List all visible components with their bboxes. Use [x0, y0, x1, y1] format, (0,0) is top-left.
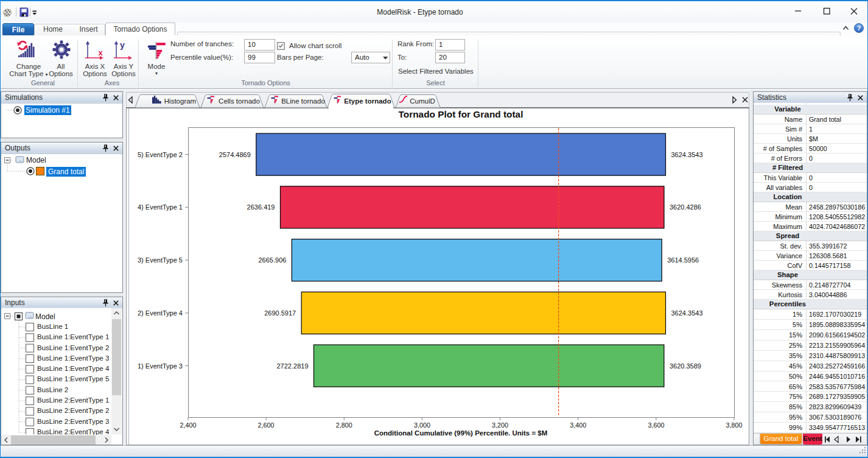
svg-text:2,400: 2,400	[180, 421, 196, 429]
svg-text:3,000: 3,000	[414, 421, 430, 429]
svg-text:3,400: 3,400	[570, 421, 586, 429]
svg-text:y: y	[120, 41, 125, 50]
svg-text:3,600: 3,600	[648, 421, 664, 429]
svg-text:3620.3589: 3620.3589	[670, 362, 701, 370]
svg-text:3,800: 3,800	[726, 421, 742, 429]
svg-text:3614.5956: 3614.5956	[667, 256, 699, 264]
svg-text:CumulD: CumulD	[410, 97, 435, 105]
svg-text:2574.4869: 2574.4869	[219, 151, 251, 158]
svg-text:Histogram: Histogram	[164, 97, 196, 105]
svg-text:1) EventType 3: 1) EventType 3	[138, 362, 183, 370]
svg-text:Conditional Cumulative (99%) P: Conditional Cumulative (99%) Percentile.…	[374, 429, 548, 437]
svg-text:4) EventType 1: 4) EventType 1	[138, 203, 183, 211]
svg-text:2,600: 2,600	[258, 421, 275, 429]
svg-text:2690.5917: 2690.5917	[264, 309, 296, 317]
svg-text:BLine tornado: BLine tornado	[281, 97, 325, 105]
svg-text:3624.3543: 3624.3543	[671, 309, 703, 317]
svg-text:Tornado Plot for Grand total: Tornado Plot for Grand total	[399, 109, 523, 119]
svg-text:2636.419: 2636.419	[247, 203, 275, 211]
svg-text:2665.906: 2665.906	[259, 256, 287, 264]
svg-text:2) EventType 4: 2) EventType 4	[138, 309, 183, 317]
svg-text:Cells tornado: Cells tornado	[219, 97, 260, 105]
svg-text:x: x	[98, 48, 103, 57]
svg-text:3620.4286: 3620.4286	[670, 203, 701, 211]
svg-text:Etype tornado: Etype tornado	[344, 97, 391, 105]
svg-text:2722.2819: 2722.2819	[277, 362, 309, 370]
svg-text:3) EventType 5: 3) EventType 5	[138, 256, 183, 264]
svg-text:3624.3543: 3624.3543	[671, 151, 703, 158]
svg-text:2,800: 2,800	[336, 421, 352, 429]
svg-text:3,200: 3,200	[492, 421, 508, 429]
svg-text:5) EventType 2: 5) EventType 2	[138, 151, 183, 158]
